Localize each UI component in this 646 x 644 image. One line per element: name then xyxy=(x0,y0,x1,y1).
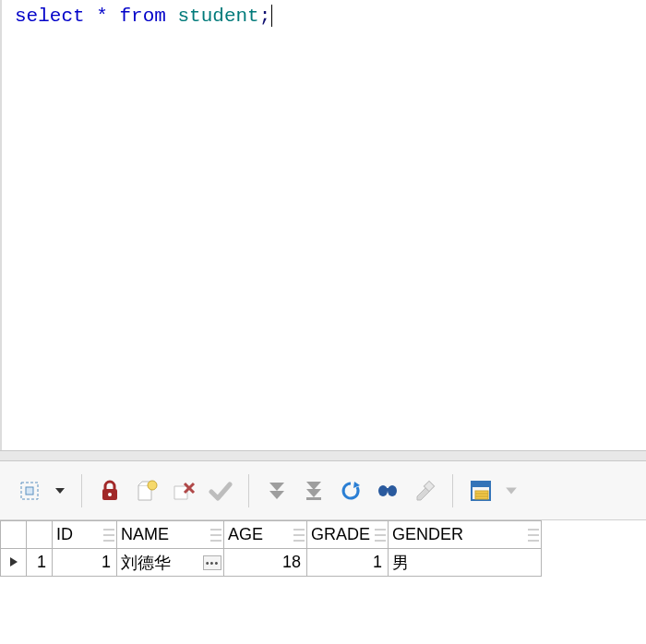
svg-marker-13 xyxy=(353,482,360,488)
kw-semicolon: ; xyxy=(259,6,271,27)
layout-button[interactable] xyxy=(466,476,496,506)
cell-age[interactable]: 18 xyxy=(224,549,307,577)
cell-value: 刘德华 xyxy=(121,554,171,572)
svg-marker-2 xyxy=(55,488,65,494)
col-handle-icon xyxy=(293,529,305,542)
results-grid: ID NAME AGE GRADE GENDER xyxy=(0,520,646,644)
col-header-gender[interactable]: GENDER xyxy=(389,521,542,549)
select-region-button[interactable] xyxy=(15,476,44,506)
sql-editor[interactable]: select * from student; xyxy=(0,0,646,450)
refresh-button[interactable] xyxy=(336,476,365,506)
toolbar-separator xyxy=(248,474,249,507)
kw-table: student xyxy=(177,6,258,27)
svg-rect-20 xyxy=(475,491,488,499)
col-handle-icon xyxy=(528,529,539,542)
col-header-age[interactable]: AGE xyxy=(224,521,307,549)
delete-record-button[interactable] xyxy=(169,476,198,506)
row-marker-cell[interactable] xyxy=(1,549,27,577)
results-table[interactable]: ID NAME AGE GRADE GENDER xyxy=(0,520,542,577)
col-label: AGE xyxy=(228,525,263,543)
svg-marker-23 xyxy=(506,487,517,494)
cell-editor-icon[interactable]: ••• xyxy=(203,555,221,570)
fetch-all-button[interactable] xyxy=(299,476,329,506)
row-number: 1 xyxy=(37,553,46,571)
results-toolbar xyxy=(0,461,646,520)
col-handle-icon xyxy=(210,529,221,542)
svg-marker-11 xyxy=(306,489,321,497)
svg-marker-8 xyxy=(269,483,284,491)
svg-marker-10 xyxy=(306,482,321,490)
cell-gender[interactable]: 男 xyxy=(389,549,542,577)
kw-from: from xyxy=(119,6,165,27)
cell-id[interactable]: 1 xyxy=(53,549,117,577)
col-label: ID xyxy=(56,525,73,543)
svg-rect-1 xyxy=(26,487,33,495)
table-row[interactable]: 1 1 刘德华 ••• 18 1 男 xyxy=(1,549,542,577)
text-cursor xyxy=(271,5,272,27)
kw-star: * xyxy=(96,6,108,27)
col-handle-icon xyxy=(103,529,114,542)
svg-point-5 xyxy=(148,481,157,490)
col-label: NAME xyxy=(121,525,169,543)
row-number-cell: 1 xyxy=(27,549,53,577)
col-header-grade[interactable]: GRADE xyxy=(307,521,389,549)
layout-dropdown[interactable] xyxy=(503,476,520,506)
svg-marker-24 xyxy=(10,557,18,566)
panel-divider xyxy=(0,450,646,461)
toolbar-separator xyxy=(452,474,453,507)
col-handle-icon xyxy=(375,529,386,542)
col-label: GRADE xyxy=(311,525,370,543)
cell-value: 18 xyxy=(282,553,301,571)
current-row-icon xyxy=(9,556,18,567)
svg-rect-16 xyxy=(386,488,389,491)
col-header-name[interactable]: NAME xyxy=(117,521,224,549)
fetch-next-button[interactable] xyxy=(262,476,292,506)
kw-select: select xyxy=(15,6,85,27)
clear-button[interactable] xyxy=(410,476,439,506)
corner-cell xyxy=(1,521,27,549)
lock-button[interactable] xyxy=(95,476,125,506)
svg-marker-9 xyxy=(269,491,284,499)
col-label: GENDER xyxy=(392,525,463,543)
app-root: select * from student; xyxy=(0,0,646,644)
svg-rect-12 xyxy=(306,497,321,500)
cell-value: 1 xyxy=(102,553,111,571)
header-row: ID NAME AGE GRADE GENDER xyxy=(1,521,542,549)
commit-button[interactable] xyxy=(206,476,235,506)
svg-point-4 xyxy=(108,493,112,496)
rownum-header xyxy=(27,521,53,549)
cell-value: 男 xyxy=(392,554,409,572)
svg-rect-19 xyxy=(472,482,490,487)
toolbar-separator xyxy=(81,474,82,507)
col-header-id[interactable]: ID xyxy=(53,521,117,549)
select-region-dropdown[interactable] xyxy=(52,476,68,506)
find-button[interactable] xyxy=(373,476,402,506)
cell-grade[interactable]: 1 xyxy=(307,549,389,577)
cell-value: 1 xyxy=(373,553,382,571)
cell-name[interactable]: 刘德华 ••• xyxy=(117,549,224,577)
new-record-button[interactable] xyxy=(132,476,162,506)
